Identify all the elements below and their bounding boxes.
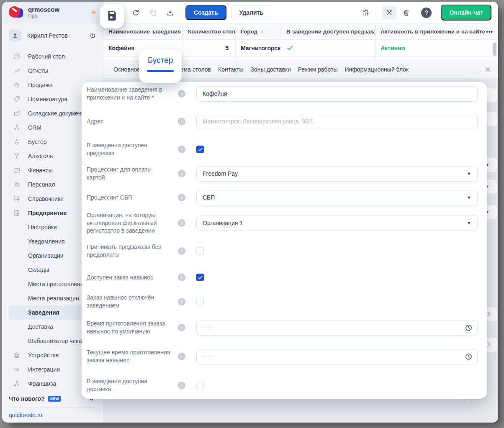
user-avatar-icon [9, 29, 21, 42]
tab-информационный-блок[interactable]: Информационный блок [345, 66, 409, 73]
takeaway-time-current-input[interactable] [196, 349, 478, 364]
tools-icon [386, 9, 393, 16]
info-icon[interactable]: i [178, 170, 185, 177]
new-badge: NEW [48, 396, 61, 402]
info-icon[interactable]: i [178, 298, 185, 305]
takeaway-time-default-input[interactable] [196, 320, 478, 336]
tab-зоны-доставки[interactable]: Зоны доставки [251, 66, 291, 73]
alcohol-icon [13, 152, 21, 160]
tab-контакты[interactable]: Контакты [218, 66, 243, 73]
preorder-available-checkbox[interactable] [196, 146, 204, 153]
column-header[interactable]: В заведении доступен предзаказ▲▼ [281, 24, 375, 39]
info-icon[interactable]: i [178, 382, 185, 389]
delete-button[interactable]: Удалить [231, 5, 271, 20]
field-label: Доступен заказ навынос [87, 274, 171, 282]
venue-name-input[interactable] [196, 86, 478, 102]
address-input[interactable] [196, 114, 478, 129]
user-name: Кирилл Рестов [27, 32, 89, 39]
create-button[interactable]: Создать [185, 5, 226, 20]
vertical-scrollbar[interactable] [493, 43, 496, 56]
directories-icon [13, 195, 21, 202]
field-label: Организация, на которую активирован фиск… [87, 211, 171, 235]
columns-settings-icon[interactable] [362, 8, 370, 17]
info-icon[interactable]: i [178, 146, 185, 153]
tools-toggle[interactable] [382, 5, 396, 20]
franchise-icon [13, 380, 21, 387]
booster-tab-label: Бустер [148, 56, 173, 65]
booster-settings-panel: Наименование заведения в приложении и на… [82, 82, 487, 399]
column-header: Активность в приложении и на сайте••• [375, 24, 498, 39]
booster-icon [13, 138, 21, 146]
copy-icon[interactable] [149, 9, 157, 17]
check-icon [286, 44, 293, 51]
info-icon[interactable]: i [178, 324, 185, 331]
whats-new-link[interactable]: Что нового? [9, 395, 45, 402]
booster-tab-callout[interactable]: Бустер [139, 49, 182, 83]
form-row-sbp-processing: Процессинг СБПi▼ [82, 186, 487, 209]
delivery-available-checkbox[interactable] [196, 382, 204, 389]
logout-power-icon[interactable] [89, 32, 96, 39]
field-label: Процессинг для оплаты картой [87, 166, 171, 182]
info-icon[interactable]: i [178, 90, 185, 97]
status-badge: Активно [381, 45, 405, 51]
info-icon[interactable]: i [178, 219, 185, 227]
user-row[interactable]: Кирилл Рестов [2, 26, 103, 45]
sidebar-item-dashboard[interactable]: Рабочий стол [2, 49, 103, 64]
info-icon[interactable]: i [178, 247, 185, 255]
column-header: Количество столов [183, 24, 236, 39]
form-row-venue-name: Наименование заведения в приложении и на… [82, 82, 487, 105]
theme-sun-icon[interactable]: ☀ [91, 8, 97, 17]
info-icon[interactable]: i [178, 353, 185, 360]
form-row-fiscal-organization: Организация, на которую активирован фиск… [82, 209, 487, 237]
field-label: Наименование заведения в приложении и на… [87, 86, 171, 102]
sidebar-item-reports[interactable]: Отчеты [2, 64, 103, 78]
tab-основное[interactable]: Основное [113, 66, 140, 73]
form-row-takeaway-time-default: Время приготовления заказа навынос по ум… [82, 314, 487, 341]
field-label: Адрес [87, 118, 171, 126]
close-dialog-icon[interactable]: × [485, 65, 491, 74]
info-icon[interactable]: i [178, 194, 185, 201]
online-chat-button[interactable]: Онлайн-чат [441, 5, 491, 21]
takeaway-available-checkbox[interactable] [196, 274, 204, 281]
required-asterisk: * [152, 94, 154, 101]
nomenclature-icon [13, 95, 21, 103]
devices-icon [13, 351, 21, 359]
card-processing-select[interactable] [196, 166, 478, 182]
field-label: Процессинг СБП [87, 194, 171, 202]
dashboard-icon [13, 53, 21, 60]
sort-icon[interactable]: ▲▼ [261, 30, 263, 34]
form-row-delivery-available: В заведении доступна доставкаi [82, 372, 487, 399]
preorder-no-prepay-checkbox[interactable] [196, 247, 204, 255]
download-icon[interactable] [166, 9, 174, 17]
tables-count-cell: 5 [183, 40, 236, 56]
preorder-cell [281, 40, 375, 56]
save-icon [105, 9, 118, 24]
account-name: qrmoscow [28, 6, 91, 13]
form-row-takeaway-available: Доступен заказ навыносi [82, 265, 487, 290]
plan-label: Про [28, 13, 91, 19]
column-header[interactable]: Город▲▼ [236, 24, 281, 39]
tab-режим-работы[interactable]: Режим работы [298, 66, 338, 73]
staff-icon [13, 181, 21, 188]
takeaway-disabled-checkbox[interactable] [196, 298, 204, 305]
form-row-takeaway-disabled: Заказ навынос отключён заведениемi [82, 290, 487, 314]
activity-cell: Активно [375, 40, 498, 56]
form-row-preorder-available: В заведении доступен предзаказi [82, 137, 487, 161]
column-menu-icon[interactable]: ••• [486, 28, 493, 35]
form-row-preorder-no-prepay: Принимать предзаказы без предоплатыi [82, 237, 487, 265]
sales-icon [13, 81, 21, 89]
sbp-processing-select[interactable] [196, 190, 478, 205]
save-button-callout[interactable] [100, 4, 124, 28]
refresh-icon[interactable] [132, 9, 140, 17]
info-icon[interactable]: i [178, 118, 185, 125]
app-window: qrmoscow Про ☀ Кирилл Рестов Рабочий сто… [2, 2, 498, 423]
field-label: В заведении доступна доставка [87, 377, 171, 393]
help-button[interactable]: ? [421, 8, 432, 18]
form-row-takeaway-time-current: Текущее время приготовления заказа навын… [82, 341, 487, 372]
info-icon[interactable]: i [178, 274, 185, 281]
fiscal-organization-select[interactable] [196, 215, 478, 231]
finance-icon [13, 167, 21, 174]
form-row-card-processing: Процессинг для оплаты картойi▼ [82, 161, 487, 186]
trash-icon[interactable] [402, 9, 410, 17]
quickresto-site-link[interactable]: quickresto.ru [9, 412, 96, 418]
